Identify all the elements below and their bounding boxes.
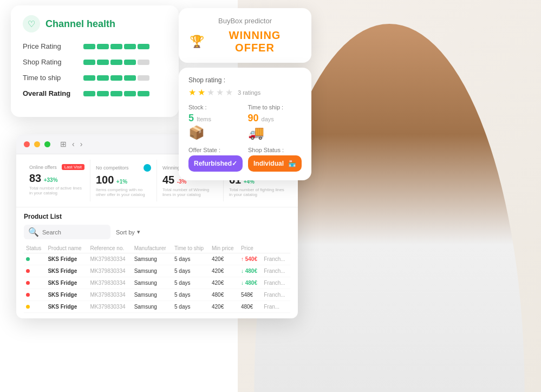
- min-price-cell: 420€: [210, 301, 239, 313]
- bar-segment: [83, 91, 95, 96]
- traffic-light-yellow[interactable]: [34, 141, 40, 147]
- stock-item: Stock : 5 Items 📦: [188, 104, 243, 140]
- rating-row: Overall Rating: [23, 89, 167, 97]
- table-header: StatusProduct nameReference no.Manufactu…: [24, 244, 290, 253]
- stock-icon: 📦: [188, 125, 243, 140]
- channel-metrics: Price RatingShop RatingTime to shipOvera…: [23, 42, 167, 97]
- search-input[interactable]: [42, 229, 106, 236]
- status-cell: [24, 265, 45, 277]
- time-to-ship-item: Time to ship : 90 days 🚚: [248, 104, 302, 140]
- franchise-cell: Fran...: [262, 301, 290, 313]
- bar-container: [83, 75, 167, 81]
- price-cell: 480€: [239, 301, 262, 313]
- back-icon[interactable]: ‹: [72, 140, 75, 148]
- franchise-cell: Franch...: [262, 253, 290, 265]
- product-grid: Stock : 5 Items 📦 Time to ship : 90 days…: [188, 104, 302, 140]
- offer-state-badge: Refurbished ✓: [188, 155, 243, 172]
- shop-icon: 🏪: [288, 160, 296, 167]
- sort-select[interactable]: Sort by ▾: [116, 228, 140, 236]
- card-header: ♡ Channel health: [23, 15, 167, 32]
- stat-value: 83: [29, 172, 41, 184]
- shop-status-badge: Individual 🏪: [248, 155, 302, 172]
- bar-segment: [124, 44, 136, 49]
- bar-segment: [97, 75, 109, 81]
- product-name-cell: SKS Fridge: [45, 277, 88, 289]
- buybox-winner: 🏆 WINNING OFFER: [190, 29, 301, 54]
- min-price-cell: 480€: [210, 289, 239, 301]
- offer-state-row: Offer State : Refurbished ✓ Shop Status …: [188, 147, 302, 172]
- search-box[interactable]: 🔍: [24, 225, 110, 239]
- star-filled: ★: [188, 87, 196, 97]
- bar-segment: [124, 60, 136, 65]
- time-to-ship-label: Time to ship :: [248, 104, 302, 110]
- last-visit-badge: Last Visit: [62, 164, 84, 170]
- price-up: 540€: [241, 256, 257, 262]
- stat-card: No competitors 100 +1% Items competing w…: [90, 160, 157, 201]
- table-column-header: Reference no.: [88, 244, 132, 253]
- product-name-cell: SKS Fridge: [45, 289, 88, 301]
- rating-label: Shop Rating: [23, 58, 77, 66]
- stock-value: 5 Items: [188, 113, 243, 124]
- forward-icon[interactable]: ›: [80, 140, 83, 148]
- bar-segment: [124, 75, 136, 81]
- manufacturer-cell: Samsung: [132, 277, 172, 289]
- table-column-header: Price: [239, 244, 262, 253]
- stat-card: Online offersLast Visit 83 +33% Total nu…: [24, 160, 90, 201]
- reference-cell: MK379830334: [88, 289, 132, 301]
- bar-segment: [124, 91, 136, 96]
- bar-segment: [138, 60, 149, 65]
- manufacturer-cell: Samsung: [132, 289, 172, 301]
- status-dot: [26, 257, 30, 261]
- stat-sub: Total number of Winning lines in your ca…: [162, 187, 218, 197]
- stat-sub: Total number of fighting lines in your c…: [229, 187, 285, 197]
- status-dot: [26, 293, 30, 297]
- bar-segment: [97, 44, 109, 49]
- trophy-icon: 🏆: [190, 35, 205, 49]
- price-down: 480€: [241, 280, 257, 286]
- stars-row: ★★★★★3 ratings: [188, 87, 302, 97]
- price-cell: 540€: [239, 253, 262, 265]
- manufacturer-cell: Samsung: [132, 253, 172, 265]
- status-dot: [26, 305, 30, 309]
- bar-segment: [83, 44, 95, 49]
- table-column-header: Min price: [210, 244, 239, 253]
- table-row: SKS FridgeMK379830334Samsung5 days480€54…: [24, 289, 290, 301]
- shop-status-label: Shop Status :: [248, 147, 302, 153]
- min-price-cell: 420€: [210, 277, 239, 289]
- stock-label: Stock :: [188, 104, 243, 110]
- buybox-status: WINNING OFFER: [209, 29, 301, 54]
- product-detail-card: Shop rating : ★★★★★3 ratings Stock : 5 I…: [179, 68, 311, 180]
- time-to-ship-cell: 5 days: [172, 277, 210, 289]
- franchise-cell: Franch...: [262, 265, 290, 277]
- time-to-ship-cell: 5 days: [172, 301, 210, 313]
- bar-container: [83, 91, 167, 96]
- bar-segment: [110, 44, 122, 49]
- status-cell: [24, 253, 45, 265]
- traffic-light-green[interactable]: [44, 141, 50, 147]
- rating-row: Time to ship: [23, 74, 167, 82]
- table-column-header: Product name: [45, 244, 88, 253]
- franchise-cell: Franch...: [262, 277, 290, 289]
- reference-cell: MK379830334: [88, 301, 132, 313]
- traffic-light-red[interactable]: [24, 141, 30, 147]
- stat-dot: [144, 164, 151, 172]
- product-list-section: Product List 🔍 Sort by ▾ StatusProduct n…: [16, 207, 298, 318]
- bar-segment: [110, 91, 122, 96]
- bar-segment: [83, 60, 95, 65]
- layout-icon[interactable]: ⊞: [60, 140, 67, 148]
- status-dot: [26, 269, 30, 273]
- buybox-predictor-card: BuyBox predictor 🏆 WINNING OFFER: [179, 8, 311, 63]
- reference-cell: MK379830334: [88, 265, 132, 277]
- status-cell: [24, 277, 45, 289]
- time-to-ship-cell: 5 days: [172, 253, 210, 265]
- table-column-header: Time to ship: [172, 244, 210, 253]
- manufacturer-cell: Samsung: [132, 301, 172, 313]
- bar-container: [83, 60, 167, 65]
- min-price-cell: 420€: [210, 253, 239, 265]
- bar-segment: [97, 91, 109, 96]
- time-to-ship-cell: 5 days: [172, 265, 210, 277]
- price-down: 480€: [241, 268, 257, 274]
- search-sort-row: 🔍 Sort by ▾: [24, 225, 290, 239]
- table-row: SKS FridgeMK379830334Samsung5 days420€48…: [24, 265, 290, 277]
- table-row: SKS FridgeMK379830334Samsung5 days420€48…: [24, 301, 290, 313]
